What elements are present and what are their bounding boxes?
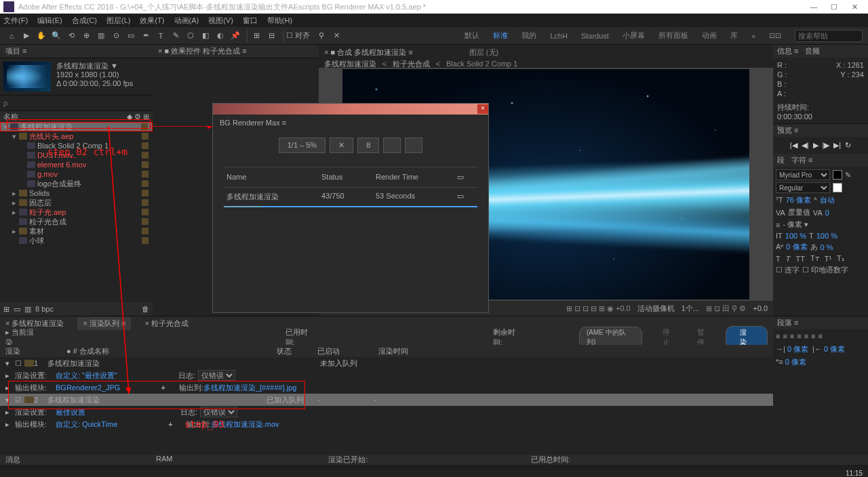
menu-anim[interactable]: 动画(A) [174,16,199,26]
render-job-row[interactable]: 多线程加速渲染 43/750 53 Seconds ▭ [224,188,477,207]
disclosure-icon[interactable]: ▾ [5,359,15,368]
fill-color[interactable] [833,170,842,180]
last-frame-icon[interactable]: ▶| [833,141,841,150]
anchor-tool-icon[interactable]: ⊙ [110,30,122,42]
home-icon[interactable]: ⌂ [5,30,18,42]
stroke-color[interactable] [833,183,842,192]
paragraph-tab[interactable]: 段落 ≡ [777,318,798,328]
project-item[interactable]: ▸素材 [0,226,153,236]
justify-all-icon[interactable]: ≡ [818,332,823,340]
project-tree[interactable]: ▾多线程加速渲染▾光线片头.aepBlack Solid 2 Comp 1DUS… [0,122,153,302]
snap2-icon[interactable]: ✕ [330,30,342,42]
output-to-link-2[interactable]: 多线程加速渲染.mov [211,419,279,430]
project-item[interactable]: ▸粒子光.aep [0,207,153,217]
menu-view[interactable]: 视图(V) [208,16,233,26]
camera-tool-icon[interactable]: ▥ [95,30,107,42]
project-item[interactable]: g.mov [0,169,153,179]
ws-lchh[interactable]: LchH [550,32,568,40]
leading[interactable]: 自动 [820,195,835,205]
rotate-tool-icon[interactable]: ⊕ [80,30,92,42]
preview-tab[interactable]: 预览 ≡ [777,125,798,136]
project-item[interactable]: ▸Solids [0,188,153,198]
smallcaps-button[interactable]: Tᴛ [810,254,819,263]
ws-lib[interactable]: 库 [730,30,738,41]
comp-dropdown-icon[interactable]: ▼ [111,62,118,70]
render-settings-link[interactable]: 自定义: "最佳设置" [56,371,117,381]
cc-icon[interactable]: ⊡⊡ [769,31,781,40]
settings-button[interactable] [383,138,401,153]
ws-stardust[interactable]: Stardust [581,32,609,40]
sup-button[interactable]: T¹ [825,255,831,263]
bpc-toggle[interactable]: 8 bpc [35,305,54,313]
ws-mine[interactable]: 我的 [521,30,536,41]
effects-tab[interactable]: × ■ 效果控件 粒子光合成 ≡ [158,46,247,56]
project-search-input[interactable] [3,99,98,107]
menu-file[interactable]: 文件(F) [3,16,28,26]
views-dropdown[interactable]: 1个... [682,304,699,314]
ws-anim[interactable]: 动画 [702,30,717,41]
font-size[interactable]: 76 像素 [786,195,811,205]
stamp-tool-icon[interactable]: ⬡ [184,30,197,42]
character-tab[interactable]: 字符 ≡ [791,155,812,165]
align-left-icon[interactable]: ≡ [776,332,780,340]
menu-edit[interactable]: 编辑(E) [37,16,62,26]
comp-thumbnail[interactable] [3,62,51,91]
new-folder-icon[interactable]: ▭ [14,305,20,314]
project-item[interactable]: logo合成最终 [0,179,153,188]
menu-effect[interactable]: 效果(T) [140,16,164,26]
next-frame-icon[interactable]: |▶ [823,141,830,150]
exposure[interactable]: +0.0 [753,304,768,312]
timeline-tab-2[interactable]: × 粒子光合成 [144,318,188,329]
log-select[interactable]: 仅错误 [198,370,235,381]
font-style-select[interactable]: Regular [776,182,830,193]
info-tab[interactable]: 信息 ≡ [777,46,798,56]
justify-left-icon[interactable]: ≡ [797,332,801,340]
local-axis-icon[interactable]: ⊞ [250,30,262,42]
project-item[interactable]: ▸固态层 [0,198,153,207]
dialog-close-button[interactable]: × [477,104,488,114]
minimize-button[interactable]: — [804,3,824,11]
output-to-link[interactable]: 多线程加速渲染_[#####].jpg [203,383,297,393]
disclosure-icon[interactable]: ▾ [5,396,15,405]
viewer-tab[interactable]: × ■ 合成 多线程加速渲染 ≡ [324,48,413,56]
align-right-icon[interactable]: ≡ [790,332,794,340]
project-item[interactable]: 小球 [0,236,153,245]
hand-tool-icon[interactable]: ✋ [35,30,47,42]
ws-more-icon[interactable]: » [751,32,755,40]
puppet-tool-icon[interactable]: 📌 [229,30,241,42]
eraser-tool-icon[interactable]: ◧ [199,30,212,42]
project-item[interactable]: ▾多线程加速渲染 [0,122,153,131]
maximize-button[interactable]: ☐ [824,3,844,12]
col-name-header[interactable]: 名称 [3,112,18,122]
brush-tool-icon[interactable]: ✎ [170,30,182,42]
project-item[interactable]: DUST.mov [0,150,153,160]
menu-window[interactable]: 窗口 [243,16,258,26]
zoom-tool-icon[interactable]: 🔍 [50,30,62,42]
caps-button[interactable]: TT [795,255,804,263]
eyedropper-icon[interactable]: ✎ [845,171,851,180]
output-module-link-2[interactable]: 自定义: QuickTime [56,419,117,430]
justify-center-icon[interactable]: ≡ [804,332,808,340]
menu-comp[interactable]: 合成(C) [72,16,97,26]
col-tags-icon[interactable]: ◆ ⚙ ⊞ [127,112,149,121]
output-module-link[interactable]: BGRenderer2_JPG [56,383,120,392]
project-item[interactable]: Black Solid 2 Comp 1 [0,141,153,150]
render-settings-link-2[interactable]: 最佳设置 [56,407,85,417]
loop-icon[interactable]: ↻ [845,141,851,150]
justify-right-icon[interactable]: ≡ [811,332,815,340]
font-family-select[interactable]: Myriad Pro [776,169,830,180]
ligature-check[interactable]: ☐ 连字 [776,265,800,275]
new-comp-icon[interactable]: ▥ [24,305,31,314]
project-item[interactable]: ▾光线片头.aep [0,131,153,141]
project-item[interactable]: 粒子光合成 [0,217,153,226]
camera-dropdown[interactable]: 活动摄像机 [637,304,675,314]
bg-renderer-dialog[interactable]: × BG Renderer Max ≡ 1/1 – 5% ✕ 8 Name St… [212,103,489,313]
play-button[interactable] [405,138,422,153]
delete-icon[interactable]: 🗑 [142,305,149,313]
render-queue-tab[interactable]: × 渲染队列 ≡ [77,317,131,330]
italic-button[interactable]: T [786,255,791,263]
add-output-icon-2[interactable]: + [168,420,172,428]
prev-frame-icon[interactable]: ◀| [802,141,809,150]
snap-toggle[interactable]: ☐ 对齐 [286,30,310,41]
select-tool-icon[interactable]: ▶ [20,30,33,42]
